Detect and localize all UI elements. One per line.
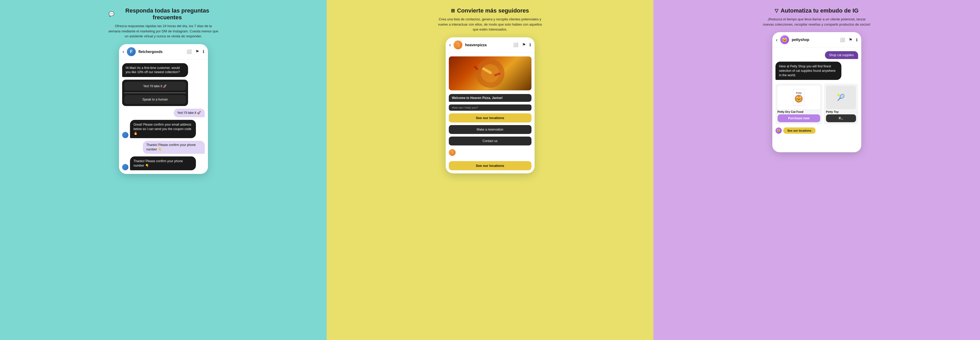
phone-3-icons: ⬜ ⚑ ℹ bbox=[840, 37, 858, 42]
phone-fletchergoods: ‹ F fletchergoods ⬜ ⚑ ℹ Hi Max! As a fir… bbox=[119, 44, 208, 174]
product-2-label: Petty Toy bbox=[826, 110, 856, 113]
back-icon[interactable]: ‹ bbox=[123, 49, 124, 55]
cat-emoji: 🐱 bbox=[796, 96, 802, 101]
flag-icon-3[interactable]: ⚑ bbox=[849, 37, 853, 42]
chat-area-3: Shop cat supplies Here at Petty Shop you… bbox=[772, 47, 861, 152]
btn-speak-human[interactable]: Speak to a human bbox=[124, 95, 186, 104]
bottom-avatar-row: 🍕 bbox=[449, 149, 531, 156]
how-can-help: How can I help you? bbox=[449, 104, 531, 111]
welcome-message: Welcome to Heaven Pizza, Janise! bbox=[449, 94, 531, 102]
chat-area-2: Welcome to Heaven Pizza, Janise! How can… bbox=[445, 53, 535, 160]
choice-group-1: Yes! I'll take it 🚀 Speak to a human bbox=[122, 80, 188, 106]
grid-icon: ⊞ bbox=[451, 8, 455, 14]
btn-make-reservation[interactable]: Make a reservation bbox=[449, 125, 531, 134]
toy-emoji: 🎾 bbox=[837, 94, 845, 101]
product-card-1: Petty 🐱 Petty Dry Cat Food Purchase now bbox=[775, 84, 822, 124]
message-phone-confirm: Thanks! Please confirm your phone number… bbox=[130, 157, 196, 171]
btn-see-locations-petty[interactable]: See our locations bbox=[783, 127, 816, 134]
panel-3-header: ▽ Automatiza tu embudo de IG ¡Reduzca el… bbox=[762, 7, 872, 27]
panel-3-title: ▽ Automatiza tu embudo de IG bbox=[762, 7, 872, 14]
shop-bubble-wrapper: Shop cat supplies bbox=[825, 51, 858, 59]
phone-1-icons: ⬜ ⚑ ℹ bbox=[186, 49, 204, 54]
btn-yes-take-it[interactable]: Yes! I'll take it 🚀 bbox=[124, 82, 186, 91]
phone-2-header: ‹ 🍕 heavenpizza ⬜ ⚑ ℹ bbox=[445, 37, 535, 53]
flag-icon-2[interactable]: ⚑ bbox=[522, 42, 526, 47]
panel-1-title: 💬 Responda todas las preguntas frecuente… bbox=[108, 7, 218, 21]
btn-see-locations[interactable]: See our locations bbox=[449, 113, 531, 122]
message-greeting: Hi Max! As a first-time customer, would … bbox=[122, 63, 188, 77]
btn-purchase-now[interactable]: Purchase now bbox=[778, 114, 821, 122]
avatar-fletchergoods: F bbox=[127, 47, 136, 56]
btn-see-locations-bottom[interactable]: See our locations bbox=[449, 161, 531, 170]
product-1-label: Petty Dry Cat Food bbox=[778, 110, 821, 113]
chat-area-1: Hi Max! As a first-time customer, would … bbox=[119, 60, 208, 174]
panel-3-desc: ¡Reduzca el tiempo que lleva llamar a un… bbox=[762, 17, 872, 27]
avatar-pettyshop: 🐱 bbox=[780, 35, 789, 44]
panel-2-desc: Crea una lista de contactos, genera y re… bbox=[435, 17, 545, 32]
panel-2-title: ⊞ Convierte más seguidores bbox=[435, 7, 545, 14]
panel-2-header: ⊞ Convierte más seguidores Crea una list… bbox=[435, 7, 545, 32]
product-image-2: 🎾 bbox=[826, 85, 856, 109]
flag-icon[interactable]: ⚑ bbox=[196, 49, 199, 54]
panel-faq: 💬 Responda todas las preguntas frecuente… bbox=[0, 0, 327, 340]
bot-email-row: Great! Please confirm your email address… bbox=[122, 120, 205, 138]
username-fletchergoods: fletchergoods bbox=[138, 50, 184, 54]
phone-heavenpizza: ‹ 🍕 heavenpizza ⬜ ⚑ ℹ Welcome to Heaven … bbox=[445, 37, 535, 173]
message-email-confirm: Great! Please confirm your email address… bbox=[130, 120, 196, 138]
phone-1-header: ‹ F fletchergoods ⬜ ⚑ ℹ bbox=[119, 44, 208, 60]
avatar-heavenpizza: 🍕 bbox=[453, 41, 462, 49]
panel-1-header: 💬 Responda todas las preguntas frecuente… bbox=[108, 7, 218, 39]
product-image-1: Petty 🐱 bbox=[778, 85, 821, 109]
bot-avatar-petty: 🐱 bbox=[775, 127, 782, 134]
panel-ig-funnel: ▽ Automatiza tu embudo de IG ¡Reduzca el… bbox=[653, 0, 980, 340]
pizza-image bbox=[449, 56, 531, 90]
product-card-2: 🎾 Petty Toy P... bbox=[824, 84, 858, 124]
bot-avatar-small-2 bbox=[122, 164, 129, 170]
bot-avatar-pizza: 🍕 bbox=[449, 149, 456, 156]
panel-leads: ⊞ Convierte más seguidores Crea una list… bbox=[327, 0, 653, 340]
phone-3-header: ‹ 🐱 pettyshop ⬜ ⚑ ℹ bbox=[772, 32, 861, 47]
cat-image: 🐱 bbox=[795, 95, 803, 103]
btn-contact-us[interactable]: Contact us bbox=[449, 137, 531, 145]
phone-2-icons: ⬜ ⚑ ℹ bbox=[513, 42, 531, 47]
username-pettyshop: pettyshop bbox=[792, 38, 837, 42]
panel-1-desc: Ofrezca respuestas rápidas las 24 horas … bbox=[108, 24, 218, 39]
chat-icon: 💬 bbox=[108, 11, 114, 17]
user-reply-yes: Yes! I'll take it 🚀 bbox=[173, 109, 205, 117]
video-icon-2[interactable]: ⬜ bbox=[513, 42, 519, 47]
info-icon-3[interactable]: ℹ bbox=[856, 37, 858, 42]
divider bbox=[124, 93, 186, 93]
user-email: Thanks! Please confirm your phone number… bbox=[143, 141, 205, 154]
bot-avatar-small-1 bbox=[122, 132, 129, 138]
funnel-icon: ▽ bbox=[775, 8, 778, 14]
back-icon-2[interactable]: ‹ bbox=[449, 42, 451, 48]
video-icon[interactable]: ⬜ bbox=[186, 49, 192, 54]
bubble-shop-cats: Shop cat supplies bbox=[825, 51, 858, 59]
product-2-placeholder: 🎾 bbox=[826, 85, 856, 109]
locations-row: 🐱 See our locations bbox=[775, 127, 858, 134]
username-heavenpizza: heavenpizza bbox=[465, 43, 510, 47]
petty-brand: Petty bbox=[796, 92, 802, 94]
info-icon-2[interactable]: ℹ bbox=[529, 42, 531, 47]
petty-bag: Petty 🐱 bbox=[793, 89, 805, 106]
back-icon-3[interactable]: ‹ bbox=[776, 37, 778, 43]
bot-phone-row: Thanks! Please confirm your phone number… bbox=[122, 157, 205, 171]
video-icon-3[interactable]: ⬜ bbox=[840, 37, 845, 42]
btn-purchase-now-2[interactable]: P... bbox=[826, 114, 856, 122]
message-petty-intro: Here at Petty Shop you will find finest … bbox=[775, 62, 842, 80]
phone-pettyshop: ‹ 🐱 pettyshop ⬜ ⚑ ℹ Shop cat supplies He… bbox=[772, 32, 861, 152]
info-icon[interactable]: ℹ bbox=[203, 49, 204, 54]
product-row: Petty 🐱 Petty Dry Cat Food Purchase now … bbox=[775, 84, 858, 124]
